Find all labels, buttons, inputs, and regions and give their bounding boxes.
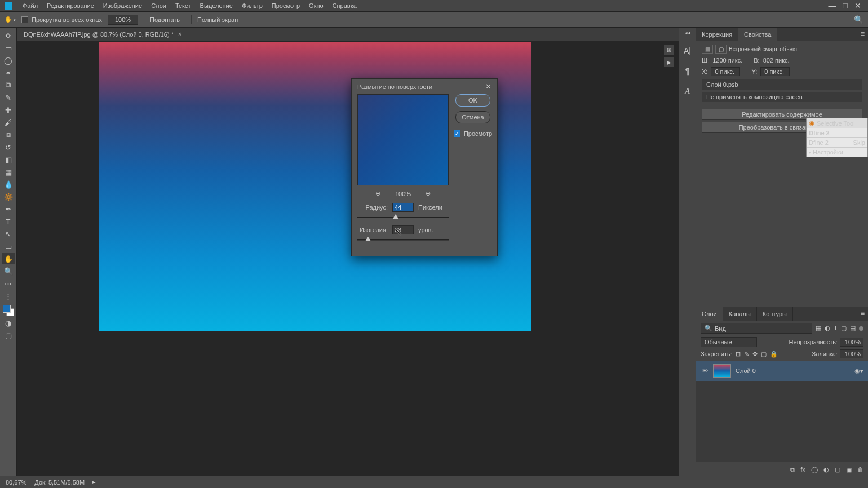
layer-row[interactable]: 👁 Слой 0 ◉▾ bbox=[696, 361, 868, 381]
plugin-panel[interactable]: ◉Selective Tool Dfine 2 Dfine 2Skip ▸Нас… bbox=[806, 118, 868, 157]
plugin-settings[interactable]: Настройки bbox=[813, 149, 843, 156]
history-brush-tool[interactable]: ↺ bbox=[2, 141, 15, 153]
filter-pixel-icon[interactable]: ▦ bbox=[816, 325, 821, 332]
lock-all-icon[interactable]: ⊞ bbox=[736, 351, 741, 358]
lock-position-icon[interactable]: ✥ bbox=[752, 351, 758, 358]
lock-pixels-icon[interactable]: ✎ bbox=[744, 351, 749, 358]
path-select-tool[interactable]: ↖ bbox=[2, 228, 15, 239]
minimize-icon[interactable]: — bbox=[829, 2, 836, 10]
filter-toggle[interactable] bbox=[859, 326, 863, 331]
ok-button[interactable]: OK bbox=[455, 94, 490, 107]
menu-выделение[interactable]: Выделение bbox=[196, 1, 237, 10]
visibility-icon[interactable]: 👁 bbox=[701, 367, 708, 374]
doc-ruler-icon[interactable]: ⊞ bbox=[664, 45, 674, 55]
menu-файл[interactable]: Файл bbox=[18, 1, 42, 10]
fx-icon[interactable]: fx bbox=[800, 466, 805, 473]
rectangle-tool[interactable]: ▭ bbox=[2, 241, 15, 252]
radius-slider[interactable] bbox=[357, 213, 449, 222]
edit-toolbar[interactable]: ⋮ bbox=[2, 290, 15, 301]
search-icon[interactable]: 🔍 bbox=[854, 15, 863, 24]
close-tab-icon[interactable]: × bbox=[178, 31, 181, 37]
menu-изображение[interactable]: Изображение bbox=[99, 1, 147, 10]
eraser-tool[interactable]: ◧ bbox=[2, 154, 15, 165]
full-screen-button[interactable]: Полный экран bbox=[191, 15, 243, 24]
group-icon[interactable]: ▢ bbox=[835, 466, 840, 473]
delete-layer-icon[interactable]: 🗑 bbox=[857, 466, 863, 473]
filter-shape-icon[interactable]: ▢ bbox=[841, 325, 847, 332]
adjustment-icon[interactable]: ◐ bbox=[823, 466, 829, 473]
tab-layers[interactable]: Слои bbox=[696, 307, 723, 321]
plugin-item-dfine[interactable]: Dfine 2 bbox=[809, 130, 830, 136]
lasso-tool[interactable]: ◯ bbox=[2, 55, 15, 66]
radius-input[interactable]: 44 bbox=[392, 203, 414, 212]
menu-слои[interactable]: Слои bbox=[147, 1, 171, 10]
filter-adjust-icon[interactable]: ◐ bbox=[825, 325, 830, 332]
layer-filter-dropdown[interactable]: 🔍 Вид bbox=[701, 323, 812, 334]
layers-menu-icon[interactable]: ≡ bbox=[857, 307, 868, 321]
document-tab[interactable]: DQnE6xhWAAAh7IP.jpg @ 80,7% (Слой 0, RGB… bbox=[17, 28, 679, 41]
collapse-toggle-icon[interactable]: ◂◂ bbox=[685, 30, 690, 36]
preview-checkbox[interactable]: ✓ Просмотр bbox=[454, 130, 492, 137]
smart-filter-icon[interactable]: ◉▾ bbox=[854, 367, 863, 375]
move-tool[interactable]: ✥ bbox=[2, 30, 15, 41]
status-doc-size[interactable]: Док: 5,51M/5,58M bbox=[34, 479, 85, 486]
threshold-input[interactable]: 33 bbox=[392, 225, 414, 234]
menu-редактирование[interactable]: Редактирование bbox=[42, 1, 99, 10]
tab-properties[interactable]: Свойства bbox=[738, 28, 777, 41]
status-arrow-icon[interactable]: ▸ bbox=[92, 478, 96, 486]
menu-просмотр[interactable]: Просмотр bbox=[267, 1, 304, 10]
dodge-tool[interactable]: 🔆 bbox=[2, 191, 15, 202]
magic-wand-tool[interactable]: ✶ bbox=[2, 67, 15, 78]
blend-mode-dropdown[interactable]: Обычные bbox=[701, 337, 757, 347]
character-panel-icon[interactable]: A| bbox=[681, 45, 694, 57]
close-window-icon[interactable]: ✕ bbox=[854, 2, 861, 10]
healing-brush-tool[interactable]: ✚ bbox=[2, 104, 15, 116]
filter-type-icon[interactable]: T bbox=[834, 325, 838, 332]
tab-channels[interactable]: Каналы bbox=[723, 307, 757, 321]
layer-thumbnail[interactable] bbox=[713, 364, 731, 378]
menu-фильтр[interactable]: Фильтр bbox=[237, 1, 267, 10]
paragraph-panel-icon[interactable]: ¶ bbox=[681, 65, 694, 77]
plugin-item-3[interactable]: Dfine 2 bbox=[809, 139, 829, 146]
pen-tool[interactable]: ✒ bbox=[2, 203, 15, 215]
cancel-button[interactable]: Отмена bbox=[455, 111, 490, 123]
doc-play-icon[interactable]: ▶ bbox=[664, 57, 674, 67]
quick-mask-toggle[interactable]: ◑ bbox=[2, 317, 15, 329]
hand-tool-icon[interactable]: ✋▾ bbox=[5, 16, 16, 23]
gradient-tool[interactable]: ▦ bbox=[2, 166, 15, 178]
menu-текст[interactable]: Текст bbox=[171, 1, 196, 10]
fit-screen-button[interactable]: Подогнать bbox=[144, 15, 185, 24]
new-layer-icon[interactable]: ▣ bbox=[846, 466, 852, 473]
dialog-preview[interactable] bbox=[357, 94, 449, 185]
hand-tool[interactable]: ✋ bbox=[2, 253, 15, 264]
screen-mode-toggle[interactable]: ▢ bbox=[2, 330, 15, 341]
layer-name[interactable]: Слой 0 bbox=[736, 367, 756, 374]
crop-tool[interactable]: ⧉ bbox=[2, 79, 15, 91]
y-value[interactable]: 0 пикс. bbox=[760, 67, 790, 76]
threshold-slider[interactable] bbox=[357, 236, 449, 245]
status-zoom[interactable]: 80,67% bbox=[6, 479, 26, 486]
color-swatch[interactable] bbox=[3, 305, 14, 316]
menu-окно[interactable]: Окно bbox=[304, 1, 328, 10]
zoom-out-icon[interactable]: ⊖ bbox=[375, 190, 380, 197]
x-value[interactable]: 0 пикс. bbox=[711, 67, 740, 76]
canvas-viewport[interactable]: ◂◂ ▢ ✕ ⊞ ▶ bbox=[17, 41, 679, 476]
tab-correction[interactable]: Коррекция bbox=[696, 28, 738, 41]
tab-paths[interactable]: Контуры bbox=[757, 307, 793, 321]
opacity-field[interactable]: 100% bbox=[840, 338, 863, 347]
type-tool[interactable]: T bbox=[2, 216, 15, 227]
tool-more[interactable]: ⋯ bbox=[2, 278, 15, 289]
zoom-tool[interactable]: 🔍 bbox=[2, 265, 15, 277]
glyphs-panel-icon[interactable]: A bbox=[681, 85, 694, 97]
filter-smart-icon[interactable]: ▤ bbox=[850, 325, 856, 332]
dialog-close-icon[interactable]: ✕ bbox=[485, 82, 491, 91]
lock-artboard-icon[interactable]: ▢ bbox=[761, 351, 767, 358]
zoom-in-icon[interactable]: ⊕ bbox=[426, 190, 431, 197]
layer-comp-dropdown[interactable]: Не применять композицию слоев bbox=[702, 92, 862, 102]
brush-tool[interactable]: 🖌 bbox=[2, 117, 15, 128]
plugin-skip[interactable]: Skip bbox=[853, 139, 865, 146]
menu-справка[interactable]: Справка bbox=[328, 1, 361, 10]
panel-menu-icon[interactable]: ≡ bbox=[857, 28, 868, 41]
blur-tool[interactable]: 💧 bbox=[2, 179, 15, 190]
link-layers-icon[interactable]: ⧉ bbox=[790, 466, 795, 473]
